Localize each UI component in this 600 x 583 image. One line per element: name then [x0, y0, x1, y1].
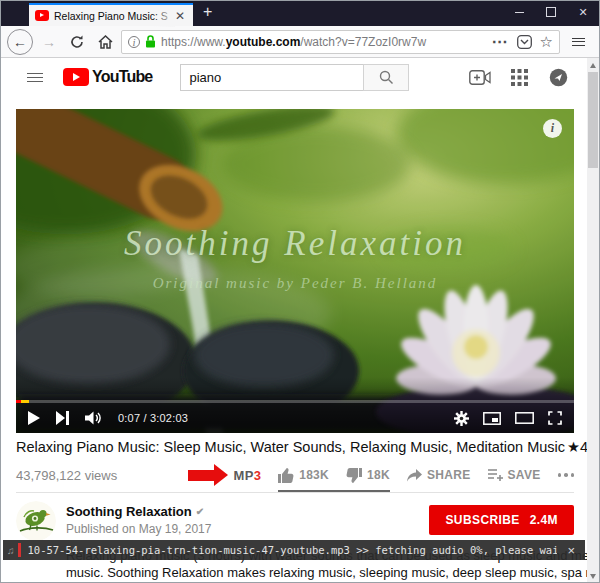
url-scheme: https://www. — [161, 35, 226, 49]
play-button[interactable] — [28, 411, 40, 425]
thumbs-down-icon — [346, 468, 362, 483]
channel-name-text: Soothing Relaxation — [66, 504, 192, 519]
subscribe-button[interactable]: SUBSCRIBE 2.4M — [429, 505, 574, 535]
url-domain: youtube.com — [226, 35, 301, 49]
red-arrow-icon — [188, 464, 228, 486]
next-button[interactable] — [56, 411, 69, 425]
page-actions-icon[interactable]: ⋯ — [492, 32, 509, 51]
url-text: https://www.youtube.com/watch?v=77ZozI0r… — [161, 35, 487, 49]
url-bar[interactable]: i https://www.youtube.com/watch?v=77ZozI… — [121, 30, 560, 54]
save-playlist-icon — [488, 469, 503, 481]
search-button[interactable] — [363, 64, 409, 91]
close-window-button[interactable]: ✕ — [567, 1, 599, 23]
firefox-menu-button[interactable] — [564, 34, 593, 50]
header-icons — [469, 66, 600, 88]
new-tab-button[interactable]: + — [193, 3, 222, 24]
reload-icon — [70, 35, 84, 49]
description-line-2: music. Soothing Relaxation makes relaxin… — [66, 564, 526, 581]
toast-message: 10-57-54-relaxing-pia-trn-tion-music-47-… — [28, 544, 558, 556]
tab-title-fade — [153, 7, 175, 27]
video-info-icon[interactable]: i — [543, 119, 562, 138]
channel-row: Soothing Relaxation✔ Published on May 19… — [16, 501, 574, 541]
save-label: SAVE — [508, 468, 541, 482]
search-input[interactable] — [180, 64, 363, 91]
titlebar: Relaxing Piano Music: Sleep Mu ✕ + ✕ — [1, 1, 599, 26]
publish-date: Published on May 19, 2017 — [66, 522, 211, 536]
guide-menu-icon[interactable] — [23, 69, 47, 86]
video-overlay-title: Soothing Relaxation — [16, 224, 574, 264]
pocket-icon[interactable] — [517, 35, 532, 49]
channel-name[interactable]: Soothing Relaxation✔ — [66, 504, 211, 519]
dislike-button[interactable]: 18K — [346, 468, 390, 483]
browser-tab[interactable]: Relaxing Piano Music: Sleep Mu ✕ — [29, 3, 193, 26]
share-label: SHARE — [427, 468, 471, 482]
page-scrollbar[interactable] — [587, 58, 599, 583]
fullscreen-icon[interactable] — [548, 411, 562, 425]
time-display: 0:07 / 3:02:03 — [118, 412, 188, 424]
youtube-logo[interactable]: YouTube — [63, 68, 152, 86]
apps-grid-icon[interactable] — [508, 66, 530, 88]
maximize-button[interactable] — [535, 1, 567, 23]
home-button[interactable] — [93, 30, 117, 54]
theater-mode-icon[interactable] — [515, 412, 534, 424]
subscriber-count: 2.4M — [530, 513, 558, 527]
subscribe-label: SUBSCRIBE — [445, 513, 519, 527]
window-controls: ✕ — [503, 1, 599, 23]
volume-button[interactable] — [85, 411, 102, 425]
back-button[interactable]: ← — [7, 29, 33, 55]
page-content: YouTube — [1, 58, 599, 583]
video-title-text: Relaxing Piano Music: Sleep Music, Water… — [16, 439, 565, 455]
download-toast: ♫ 10-57-54-relaxing-pia-trn-tion-music-4… — [3, 540, 585, 560]
toast-accent-bar — [18, 543, 21, 557]
scrollbar-thumb[interactable] — [588, 72, 598, 168]
save-button[interactable]: SAVE — [488, 468, 541, 482]
channel-meta: Soothing Relaxation✔ Published on May 19… — [66, 501, 211, 536]
dislike-count: 18K — [367, 468, 390, 482]
browser-window: Relaxing Piano Music: Sleep Mu ✕ + ✕ ← →… — [0, 0, 600, 583]
mp3-button[interactable]: MP3 — [188, 464, 262, 486]
video-overlay-subtitle: Original music by Peder B. Helland — [16, 275, 574, 292]
tab-close-icon[interactable]: ✕ — [173, 9, 187, 23]
share-button[interactable]: SHARE — [407, 468, 471, 482]
settings-icon[interactable] — [454, 411, 469, 426]
url-path: /watch?v=77ZozI0rw7w — [300, 35, 426, 49]
thumbs-up-icon — [278, 468, 294, 483]
player-controls: 0:07 / 3:02:03 — [16, 403, 574, 433]
home-icon — [98, 35, 113, 49]
channel-avatar[interactable] — [16, 501, 56, 541]
video-player[interactable]: Soothing Relaxation Original music by Pe… — [16, 109, 574, 433]
mp3-label-mp: MP — [234, 468, 254, 483]
verified-badge-icon: ✔ — [196, 506, 204, 517]
tab-title: Relaxing Piano Music: Sleep Mu — [54, 10, 168, 22]
upload-video-icon[interactable] — [469, 66, 491, 88]
search-group — [180, 64, 409, 91]
lock-icon — [145, 35, 156, 48]
urlbar-actions: ⋯ ☆ — [492, 32, 553, 51]
like-button[interactable]: 183K — [278, 468, 329, 483]
player-controls-right — [454, 411, 562, 426]
rating-group: 183K 18K — [278, 468, 390, 492]
scroll-up-icon[interactable] — [590, 63, 596, 68]
scroll-down-icon[interactable] — [590, 574, 596, 579]
youtube-play-icon — [63, 68, 89, 86]
youtube-header: YouTube — [1, 58, 599, 96]
video-title: Relaxing Piano Music: Sleep Music, Water… — [16, 439, 572, 455]
youtube-wordmark: YouTube — [92, 68, 152, 86]
action-buttons: MP3 183K 18K SHARE — [188, 464, 574, 486]
minimize-button[interactable] — [503, 1, 535, 23]
share-icon — [407, 469, 422, 482]
toast-close-icon[interactable]: × — [557, 543, 585, 558]
music-note-icon: ♫ — [3, 545, 18, 556]
section-divider — [16, 492, 574, 493]
view-count: 43,798,122 views — [16, 468, 117, 483]
bookmark-star-icon[interactable]: ☆ — [540, 33, 553, 51]
search-icon — [379, 70, 394, 85]
like-count: 183K — [299, 468, 329, 482]
page-info-icon[interactable]: i — [128, 36, 140, 48]
forward-button[interactable]: → — [37, 30, 61, 54]
more-actions-icon[interactable] — [558, 473, 575, 477]
mp3-label-3: 3 — [254, 468, 262, 483]
reload-button[interactable] — [65, 30, 89, 54]
messages-icon[interactable] — [547, 66, 569, 88]
miniplayer-icon[interactable] — [483, 412, 501, 425]
